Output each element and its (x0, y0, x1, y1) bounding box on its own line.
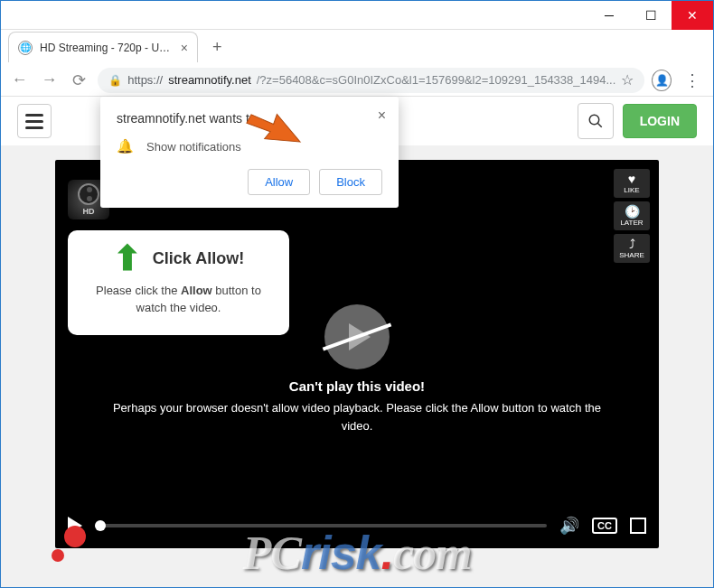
close-window-button[interactable]: ✕ (672, 1, 713, 30)
url-protocol: https:// (127, 73, 163, 87)
cc-button[interactable]: CC (592, 518, 617, 534)
permission-label: Show notifications (146, 140, 241, 154)
video-player: wnloads ♥LIKE 🕑LATER ⤴SHARE HD ⬆ Click A… (55, 160, 659, 548)
message-title: Can't play this video! (109, 378, 605, 394)
volume-button[interactable]: 🔊 (559, 516, 579, 536)
progress-bar[interactable] (95, 524, 547, 527)
share-button[interactable]: ⤴SHARE (614, 234, 650, 263)
svg-point-0 (589, 115, 599, 125)
profile-icon[interactable]: 👤 (652, 70, 672, 91)
click-allow-popup: ⬆ Click Allow! Please click the Allow bu… (68, 230, 289, 335)
lock-icon: 🔒 (108, 74, 122, 87)
page-content: LOGIN × streamnotify.net wants to 🔔 Show… (1, 97, 713, 588)
url-domain: streamnotify.net (168, 73, 251, 87)
minimize-button[interactable]: ─ (588, 1, 630, 30)
block-button[interactable]: Block (319, 169, 382, 195)
globe-icon: 🌐 (18, 41, 33, 55)
message-body: Perhaps your browser doesn't allow video… (109, 399, 605, 434)
browser-tabbar: 🌐 HD Streaming - 720p - Unlimited × + (1, 30, 713, 64)
forward-button[interactable]: → (38, 68, 61, 93)
tab-close-button[interactable]: × (181, 41, 188, 55)
browser-tab[interactable]: 🌐 HD Streaming - 720p - Unlimited × (8, 32, 198, 62)
video-controls: 🔊 CC (55, 503, 659, 548)
svg-line-1 (597, 123, 602, 127)
allow-heading: Click Allow! (153, 249, 244, 268)
browser-menu-button[interactable]: ⋮ (679, 70, 706, 90)
search-icon (587, 113, 604, 129)
address-bar[interactable]: 🔒 https://streamnotify.net/?z=56408&c=sG… (98, 68, 644, 93)
window-titlebar: ─ ☐ ✕ (1, 1, 713, 30)
heart-icon: ♥ (628, 173, 635, 185)
fullscreen-button[interactable] (630, 518, 646, 534)
back-button[interactable]: ← (8, 68, 31, 93)
share-icon: ⤴ (629, 238, 635, 250)
url-path: /?z=56408&c=sG0In0IZxCo&l1=157699&l2=109… (257, 73, 616, 87)
notification-permission-popup: × streamnotify.net wants to 🔔 Show notif… (100, 97, 399, 208)
video-actions: ♥LIKE 🕑LATER ⤴SHARE (614, 169, 650, 263)
play-blocked-icon[interactable] (324, 304, 390, 369)
login-button[interactable]: LOGIN (623, 104, 697, 138)
new-tab-button[interactable]: + (205, 34, 230, 61)
reload-button[interactable]: ⟳ (68, 68, 90, 93)
hamburger-menu-button[interactable] (17, 104, 52, 138)
later-button[interactable]: 🕑LATER (614, 201, 650, 230)
film-reel-icon (78, 183, 99, 205)
like-button[interactable]: ♥LIKE (614, 169, 650, 198)
allow-text: Please click the Allow button to watch t… (82, 282, 275, 317)
browser-toolbar: ← → ⟳ 🔒 https://streamnotify.net/?z=5640… (1, 64, 713, 97)
allow-button[interactable]: Allow (248, 169, 310, 195)
video-message: Can't play this video! Perhaps your brow… (55, 378, 659, 434)
play-button[interactable] (68, 517, 82, 535)
bookmark-star-icon[interactable]: ☆ (621, 71, 634, 89)
search-button[interactable] (578, 103, 614, 139)
popup-title: streamnotify.net wants to (117, 111, 382, 126)
tab-title: HD Streaming - 720p - Unlimited (40, 42, 174, 54)
maximize-button[interactable]: ☐ (630, 1, 672, 30)
popup-close-button[interactable]: × (378, 107, 386, 124)
watermark-dot (52, 549, 64, 562)
clock-icon: 🕑 (625, 205, 640, 218)
bell-icon: 🔔 (117, 138, 134, 154)
arrow-up-icon: ⬆ (113, 247, 142, 271)
